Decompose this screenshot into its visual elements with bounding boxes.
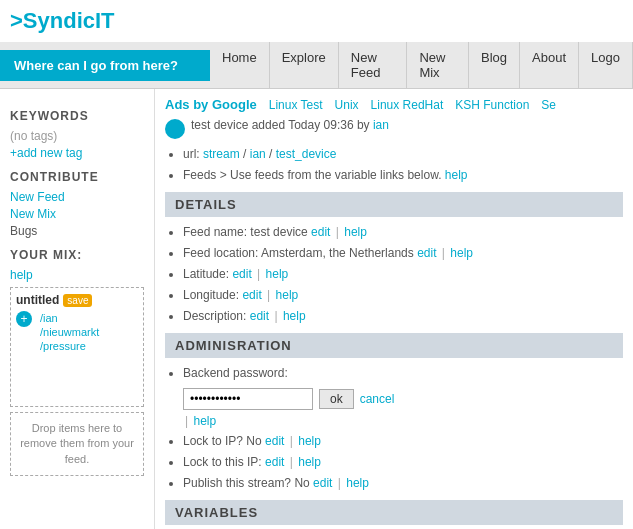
nav-about[interactable]: About xyxy=(520,42,579,88)
ads-se[interactable]: Se xyxy=(541,98,556,112)
nav-logo[interactable]: Logo xyxy=(579,42,633,88)
cancel-link[interactable]: cancel xyxy=(360,392,395,406)
feeds-item: Feeds > Use feeds from the variable link… xyxy=(183,166,623,184)
lock-this-ip-text: Lock to this IP: xyxy=(183,455,262,469)
publish-item: Publish this stream? No edit | help xyxy=(183,474,623,492)
main: KEYWORDS (no tags) +add new tag CONTRIBU… xyxy=(0,89,633,529)
nav-links: Home Explore New Feed New Mix Blog About… xyxy=(210,42,633,88)
backend-password-item: Backend password: xyxy=(183,364,623,382)
admin-password-row: ok cancel xyxy=(183,388,623,410)
password-input[interactable] xyxy=(183,388,313,410)
mix-path-pressure[interactable]: /pressure xyxy=(40,340,86,352)
nav-home[interactable]: Home xyxy=(210,42,270,88)
search-box: Where can I go from here? xyxy=(0,50,210,81)
feeds-help-link[interactable]: help xyxy=(445,168,468,182)
mix-path-ian[interactable]: /ian xyxy=(40,312,58,324)
ads-google-link[interactable]: Ads by Google xyxy=(165,97,257,112)
new-feed-link[interactable]: New Feed xyxy=(10,190,144,204)
nav-blog[interactable]: Blog xyxy=(469,42,520,88)
feed-name-help[interactable]: help xyxy=(344,225,367,239)
latitude-help[interactable]: help xyxy=(266,267,289,281)
lock-this-ip-edit[interactable]: edit xyxy=(265,455,284,469)
latitude-label: Latitude: xyxy=(183,267,229,281)
mix-box: untitled save + /ian /nieuwmarkt /pressu… xyxy=(10,287,144,407)
mix-paths: /ian /nieuwmarkt /pressure xyxy=(40,311,99,353)
sep2: / xyxy=(269,147,276,161)
feed-location-item: Feed location: Amsterdam, the Netherland… xyxy=(183,244,623,262)
info-text: test device added Today 09:36 by ian xyxy=(191,118,389,132)
ads-unix[interactable]: Unix xyxy=(335,98,359,112)
variables-header: VARIABLES xyxy=(165,500,623,525)
url-item: url: stream / ian / test_device xyxy=(183,145,623,163)
mix-add-icon[interactable]: + xyxy=(16,311,32,327)
sep1: / xyxy=(243,147,250,161)
nav-new-feed[interactable]: New Feed xyxy=(339,42,408,88)
longitude-item: Longitude: edit | help xyxy=(183,286,623,304)
contribute-title: CONTRIBUTE xyxy=(10,170,144,184)
latitude-item: Latitude: edit | help xyxy=(183,265,623,283)
navbar: Where can I go from here? Home Explore N… xyxy=(0,42,633,89)
lock-ip-edit[interactable]: edit xyxy=(265,434,284,448)
lock-ip-text: Lock to IP? No xyxy=(183,434,262,448)
keywords-title: KEYWORDS xyxy=(10,109,144,123)
new-mix-link[interactable]: New Mix xyxy=(10,207,144,221)
user-link[interactable]: ian xyxy=(373,118,389,132)
nav-explore[interactable]: Explore xyxy=(270,42,339,88)
info-row: test device added Today 09:36 by ian xyxy=(165,118,623,139)
lock-ip-item: Lock to IP? No edit | help xyxy=(183,432,623,450)
feed-name-label: Feed name: test device xyxy=(183,225,311,239)
longitude-help[interactable]: help xyxy=(276,288,299,302)
url-list: url: stream / ian / test_device Feeds > … xyxy=(165,145,623,184)
admin-help-link[interactable]: help xyxy=(193,414,216,428)
mix-badge[interactable]: save xyxy=(63,294,92,307)
header: >SyndicIT xyxy=(0,0,633,42)
ads-linux-redhat[interactable]: Linux RedHat xyxy=(371,98,444,112)
admin-header: ADMINISRATION xyxy=(165,333,623,358)
ads-bar: Ads by Google Linux Test Unix Linux RedH… xyxy=(165,97,623,112)
description-item: Description: edit | help xyxy=(183,307,623,325)
feed-name-edit[interactable]: edit xyxy=(311,225,330,239)
feed-location-edit[interactable]: edit xyxy=(417,246,436,260)
mix-header: untitled save xyxy=(16,293,138,307)
latitude-edit[interactable]: edit xyxy=(232,267,251,281)
mix-title: untitled xyxy=(16,293,59,307)
feeds-text: Feeds > Use feeds from the variable link… xyxy=(183,168,445,182)
bugs-link[interactable]: Bugs xyxy=(10,224,144,238)
description-help[interactable]: help xyxy=(283,309,306,323)
description-edit[interactable]: edit xyxy=(250,309,269,323)
details-list: Feed name: test device edit | help Feed … xyxy=(165,223,623,325)
url-stream[interactable]: stream xyxy=(203,147,240,161)
lock-this-ip-item: Lock to this IP: edit | help xyxy=(183,453,623,471)
longitude-edit[interactable]: edit xyxy=(242,288,261,302)
add-tag-link[interactable]: +add new tag xyxy=(10,146,144,160)
publish-text: Publish this stream? No xyxy=(183,476,310,490)
logo: >SyndicIT xyxy=(10,8,115,33)
publish-help[interactable]: help xyxy=(346,476,369,490)
admin-list: Backend password: xyxy=(165,364,623,382)
no-tags: (no tags) xyxy=(10,129,144,143)
url-test-device[interactable]: test_device xyxy=(276,147,337,161)
lock-ip-help[interactable]: help xyxy=(298,434,321,448)
admin-help-row: | help xyxy=(183,414,623,428)
feed-location-label: Feed location: Amsterdam, the Netherland… xyxy=(183,246,417,260)
description-label: Description: xyxy=(183,309,246,323)
info-icon xyxy=(165,119,185,139)
details-header: DETAILS xyxy=(165,192,623,217)
ok-button[interactable]: ok xyxy=(319,389,354,409)
publish-edit[interactable]: edit xyxy=(313,476,332,490)
content: Ads by Google Linux Test Unix Linux RedH… xyxy=(155,89,633,529)
mix-help-link[interactable]: help xyxy=(10,268,144,282)
sidebar: KEYWORDS (no tags) +add new tag CONTRIBU… xyxy=(0,89,155,529)
drop-zone: Drop items here to remove them from your… xyxy=(10,412,144,476)
device-text: test device added Today 09:36 by xyxy=(191,118,373,132)
feed-name-item: Feed name: test device edit | help xyxy=(183,223,623,241)
ads-linux-test[interactable]: Linux Test xyxy=(269,98,323,112)
lock-this-ip-help[interactable]: help xyxy=(298,455,321,469)
feed-location-help[interactable]: help xyxy=(450,246,473,260)
url-ian[interactable]: ian xyxy=(250,147,266,161)
backend-password-label: Backend password: xyxy=(183,366,288,380)
ads-ksh[interactable]: KSH Function xyxy=(455,98,529,112)
nav-new-mix[interactable]: New Mix xyxy=(407,42,469,88)
mix-path-nieuwmarkt[interactable]: /nieuwmarkt xyxy=(40,326,99,338)
admin-options-list: Lock to IP? No edit | help Lock to this … xyxy=(165,432,623,492)
